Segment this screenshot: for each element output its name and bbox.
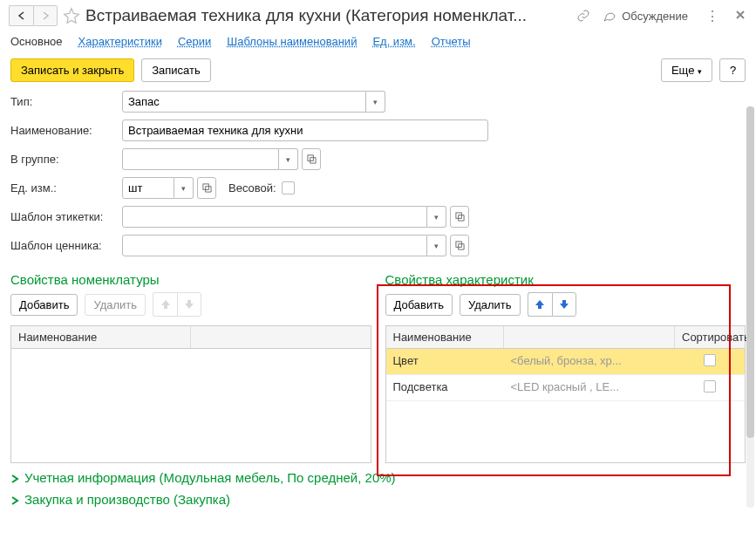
char-add-button[interactable]: Добавить [385,294,453,316]
expander-purchase-label: Закупка и производство (Закупка) [24,492,230,507]
char-row[interactable]: Цвет <белый, бронза, хр... [386,349,746,375]
label-tpl-input[interactable] [122,206,427,228]
close-button[interactable] [733,8,747,24]
favorite-star-icon[interactable] [63,7,80,24]
save-button[interactable]: Записать [141,58,211,82]
tab-main[interactable]: Основное [10,35,63,48]
tab-series[interactable]: Серии [178,35,211,48]
group-dropdown-button[interactable]: ▾ [279,148,298,170]
scrollbar-thumb[interactable] [746,106,754,438]
char-col-sort: Сортировать [675,326,745,348]
tab-reports[interactable]: Отчеты [432,35,471,48]
save-close-button[interactable]: Записать и закрыть [10,58,134,82]
char-row[interactable]: Подсветка <LED красный , LE... [386,375,746,401]
type-label: Тип: [10,95,122,108]
nomenclature-props-title: Свойства номенклатуры [10,272,371,287]
nom-col-name: Наименование [11,326,191,348]
weight-label: Весовой: [228,181,276,195]
vertical-scrollbar[interactable] [746,106,754,508]
tab-naming-templates[interactable]: Шаблоны наименований [227,35,357,48]
char-row-name: Цвет [386,349,504,374]
unit-input[interactable] [122,177,174,199]
unit-label: Ед. изм.: [10,181,122,195]
price-tpl-input[interactable] [122,235,427,256]
nom-col-blank [191,326,370,348]
nomenclature-grid[interactable]: Наименование [10,325,371,463]
char-col-name: Наименование [386,326,504,348]
char-delete-button[interactable]: Удалить [460,294,521,316]
nom-add-button[interactable]: Добавить [10,294,78,316]
char-col-blank [504,326,676,348]
nav-forward-button[interactable] [33,5,58,26]
nav-back-button[interactable] [9,5,33,26]
char-row-sort-checkbox[interactable] [704,354,716,366]
tab-characteristics[interactable]: Характеристики [78,35,162,48]
char-row-sort-checkbox[interactable] [704,380,716,393]
characteristic-grid[interactable]: Наименование Сортировать Цвет <белый, бр… [385,325,746,463]
expander-purchase[interactable]: Закупка и производство (Закупка) [10,492,746,507]
discuss-link[interactable]: Обсуждение [622,10,688,23]
group-input[interactable] [122,148,279,170]
nom-delete-button: Удалить [85,294,146,316]
expander-accounting-label: Учетная информация (Модульная мебель, По… [24,470,396,485]
more-button-label: Еще [671,64,694,77]
expander-accounting[interactable]: Учетная информация (Модульная мебель, По… [10,470,746,485]
tab-units[interactable]: Ед. изм. [372,35,415,48]
nom-move-up-button [153,292,177,317]
help-button[interactable]: ? [719,58,746,82]
name-label: Наименование: [10,124,122,137]
label-tpl-label: Шаблон этикетки: [10,210,122,223]
name-input[interactable] [122,119,488,141]
price-tpl-dropdown-button[interactable]: ▾ [427,235,446,256]
label-tpl-dropdown-button[interactable]: ▾ [427,206,446,228]
price-tpl-open-button[interactable] [450,235,469,256]
group-open-button[interactable] [302,148,321,170]
char-row-name: Подсветка [386,375,504,400]
unit-open-button[interactable] [197,177,216,199]
char-move-down-button[interactable] [552,292,576,317]
more-menu-icon[interactable]: ⋮ [702,8,723,24]
nom-move-down-button [177,292,201,317]
discuss-icon[interactable] [603,9,616,23]
char-row-hint: <белый, бронза, хр... [504,349,676,374]
link-icon[interactable] [576,9,590,23]
char-row-hint: <LED красный , LE... [504,375,676,400]
type-input[interactable] [122,91,366,113]
weight-checkbox[interactable] [282,181,295,195]
char-move-up-button[interactable] [528,292,552,317]
unit-dropdown-button[interactable]: ▾ [174,177,194,199]
more-button[interactable]: Еще ▾ [661,58,712,82]
page-title: Встраиваемая техника для кухни (Категори… [85,6,571,25]
characteristic-props-title: Свойства характеристик [385,272,746,287]
type-dropdown-button[interactable]: ▾ [366,91,385,113]
price-tpl-label: Шаблон ценника: [10,239,122,252]
label-tpl-open-button[interactable] [450,206,469,228]
group-label: В группе: [10,153,122,166]
